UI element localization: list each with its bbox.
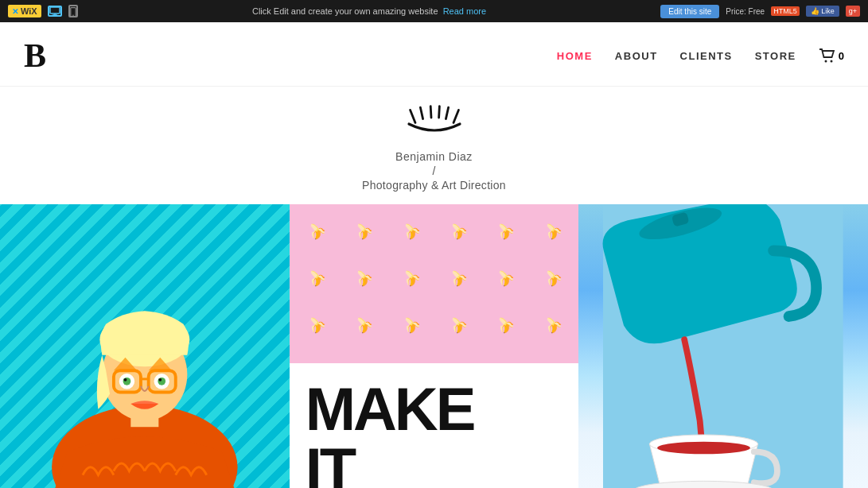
svg-line-8 bbox=[420, 107, 422, 118]
svg-point-6 bbox=[830, 60, 832, 63]
tea-pour-svg bbox=[578, 204, 868, 488]
edit-site-button[interactable]: Edit this site bbox=[660, 5, 719, 18]
hero-slash: / bbox=[433, 165, 436, 177]
svg-point-4 bbox=[72, 14, 74, 16]
wix-bar-right: Edit this site Price: Free HTML5 👍 Like … bbox=[660, 5, 860, 18]
svg-point-23 bbox=[158, 378, 165, 385]
hero-name: Benjamin Diaz bbox=[395, 150, 473, 163]
nav-home[interactable]: HOME bbox=[557, 50, 593, 62]
site-header: B HOME ABOUT CLIENTS STORE 0 bbox=[0, 22, 868, 87]
gallery-item-tea[interactable] bbox=[578, 204, 868, 488]
wix-bar-left: ✕ WiX bbox=[8, 5, 78, 17]
nav-about[interactable]: ABOUT bbox=[615, 50, 658, 62]
wix-bar-message: Click Edit and create your own amazing w… bbox=[252, 6, 486, 16]
brand-eye-logo bbox=[403, 103, 466, 142]
svg-line-11 bbox=[446, 107, 448, 118]
read-more-link[interactable]: Read more bbox=[443, 6, 486, 16]
gallery-item-bananas[interactable]: 🍌 🍌 🍌 🍌 🍌 🍌 🍌 🍌 🍌 🍌 🍌 🍌 🍌 🍌 🍌 🍌 🍌 🍌 🍌 🍌 … bbox=[290, 204, 579, 488]
desktop-view-icon[interactable] bbox=[48, 6, 62, 17]
site-logo: B bbox=[24, 37, 45, 75]
hero-section: Benjamin Diaz / Photography & Art Direct… bbox=[0, 87, 868, 204]
svg-line-9 bbox=[430, 107, 431, 118]
gallery-item-portrait[interactable] bbox=[0, 204, 290, 488]
nav-store[interactable]: STORE bbox=[755, 50, 796, 62]
wix-toolbar: ✕ WiX Click Edit and create your own ama… bbox=[0, 0, 868, 22]
svg-point-25 bbox=[158, 378, 162, 381]
gallery-grid: 🍌 🍌 🍌 🍌 🍌 🍌 🍌 🍌 🍌 🍌 🍌 🍌 🍌 🍌 🍌 🍌 🍌 🍌 🍌 🍌 … bbox=[0, 204, 868, 488]
make-text: MAKE bbox=[306, 379, 563, 440]
html5-badge: HTML5 bbox=[771, 6, 800, 16]
site-nav: HOME ABOUT CLIENTS STORE 0 bbox=[557, 48, 844, 63]
cart-button[interactable]: 0 bbox=[819, 48, 844, 63]
google-plus-button[interactable]: g+ bbox=[846, 6, 860, 17]
svg-line-10 bbox=[438, 107, 439, 118]
it-text: IT bbox=[306, 440, 563, 488]
hero-subtitle: Photography & Art Direction bbox=[362, 179, 506, 192]
woman-portrait-svg bbox=[0, 204, 290, 488]
wix-logo[interactable]: ✕ WiX bbox=[8, 5, 41, 17]
svg-point-32 bbox=[657, 442, 750, 455]
svg-point-24 bbox=[124, 378, 127, 381]
cart-count: 0 bbox=[839, 50, 844, 62]
svg-point-5 bbox=[824, 60, 827, 63]
nav-clients[interactable]: CLIENTS bbox=[680, 50, 733, 62]
svg-point-22 bbox=[123, 378, 131, 385]
svg-line-7 bbox=[410, 110, 415, 122]
price-label: Price: Free bbox=[726, 7, 765, 16]
mobile-view-icon[interactable] bbox=[68, 5, 78, 17]
svg-line-12 bbox=[453, 110, 458, 122]
facebook-like-button[interactable]: 👍 Like bbox=[806, 6, 839, 17]
svg-rect-0 bbox=[50, 7, 60, 14]
banana-12: 🍌 bbox=[522, 246, 579, 308]
make-it-overlay: MAKE IT bbox=[290, 363, 579, 488]
